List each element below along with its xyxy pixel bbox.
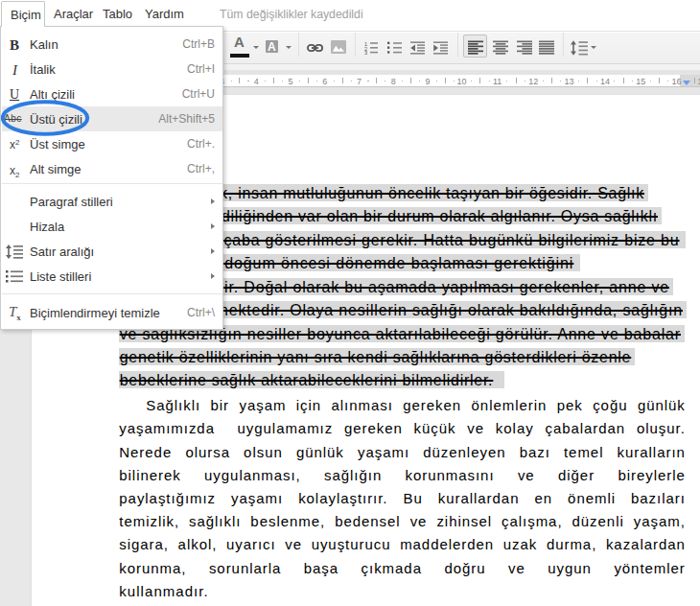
svg-text:3: 3 xyxy=(364,50,367,55)
